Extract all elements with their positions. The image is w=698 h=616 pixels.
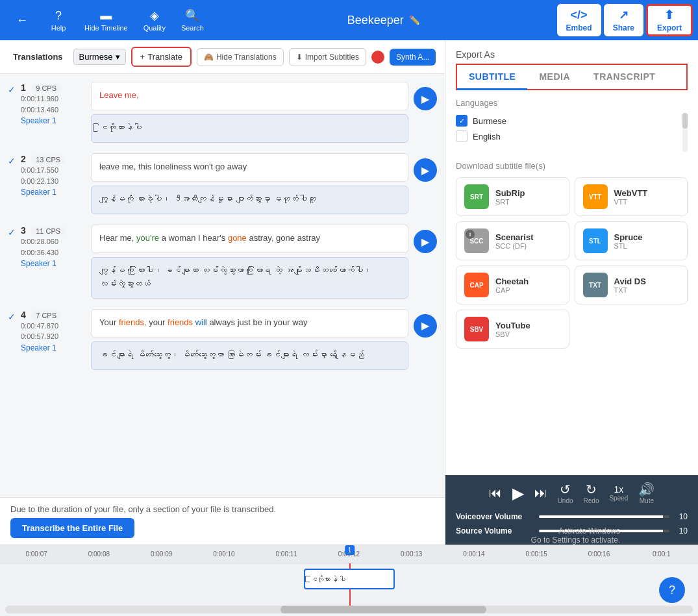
format-info: Avid DS TXT <box>614 277 646 294</box>
subtitle-text-my[interactable]: ကျွန်မကို ကြားပါ၊ ခင်များဟာ လမ်းလွဲသွားတ… <box>91 257 408 299</box>
export-panel: Export As SUBTITLE MEDIA TRANSCRIPT Lang… <box>445 40 698 545</box>
timeline-scrollbar-thumb <box>280 606 487 613</box>
undo-button[interactable]: ↺ <box>560 482 571 497</box>
translate-icon: + <box>140 52 145 62</box>
edit-icon[interactable]: ✏️ <box>409 15 420 25</box>
subtitle-text-my[interactable]: ခင်များရဲ မိတ်ဆွေတွေ၊ မိတ်ဆွေတွေဟာ အမြဲတ… <box>91 341 408 370</box>
format-srt-button[interactable]: SRT SubRip SRT <box>456 177 569 216</box>
export-button[interactable]: ⬆ Export <box>646 4 693 36</box>
help-button[interactable]: ? Help <box>42 4 75 36</box>
redo-button[interactable]: ↻ <box>586 482 597 497</box>
record-button[interactable] <box>371 51 384 64</box>
tab-transcript[interactable]: TRANSCRIPT <box>582 65 667 89</box>
subtitle-text-en[interactable]: Hear me, you're a woman I hear's gone as… <box>91 225 408 253</box>
timeline-scrollbar[interactable] <box>5 606 693 613</box>
format-name: Cheetah <box>495 277 529 286</box>
share-button[interactable]: ↗ Share <box>604 4 643 36</box>
hide-timeline-button[interactable]: ▬ Hide Timeline <box>78 4 134 36</box>
import-subtitles-button[interactable]: ⬇ Import Subtitles <box>289 48 366 66</box>
timeline-tick: 0:00:11 <box>255 550 318 558</box>
language-label: Burmese <box>79 52 113 62</box>
language-burmese[interactable]: ✓ Burmese <box>456 113 677 129</box>
speaker-label[interactable]: Speaker 1 <box>21 259 86 268</box>
play-subtitle-button[interactable]: ▶ <box>414 314 437 338</box>
subtitle-check: ✓ <box>8 227 16 238</box>
subtitle-toolbar: Translations Burmese ▾ + Translate 🙈 Hid… <box>0 40 445 74</box>
voiceover-slider[interactable] <box>539 515 669 518</box>
play-subtitle-button[interactable]: ▶ <box>414 87 437 110</box>
subtitle-text-my[interactable]: ကျွန်မကို ထားခဲ့ပါ၊ ဒီအထီးကျန်မှုမာ ပျော… <box>91 186 408 214</box>
speaker-label[interactable]: Speaker 1 <box>21 343 86 352</box>
help-circle-button[interactable]: ? <box>659 577 685 603</box>
speed-button[interactable]: 1x <box>614 484 624 495</box>
subtitle-text-my[interactable]: ငြကိုထားနဲပါ <box>91 114 408 143</box>
mute-button[interactable]: 🔊 <box>638 482 654 497</box>
subtitle-item: ✓ 2 13 CPS 0:00:17.5500:00:22.130 Speake… <box>8 153 437 214</box>
subtitle-text-en[interactable]: leave me, this loneliness won't go away <box>91 153 408 182</box>
subtitle-content: Your friends, your friends will always j… <box>91 309 408 370</box>
translations-tab[interactable]: Translations <box>8 49 68 64</box>
export-title: Export As <box>445 40 698 64</box>
format-name: Scenarist <box>495 232 534 242</box>
voiceover-value: 10 <box>675 512 688 521</box>
format-icon: CAP <box>464 273 489 297</box>
format-txt-button[interactable]: TXT Avid DS TXT <box>575 265 688 304</box>
speed-label: Speed <box>609 495 628 502</box>
quality-button[interactable]: ◈ Quality <box>137 4 172 36</box>
cps-badge: 11 CPS <box>31 227 65 236</box>
watermark: Activate Windows Go to Settings to activ… <box>531 526 620 545</box>
play-button[interactable]: ▶ <box>512 484 524 502</box>
subtitle-content: Leave me, ငြကိုထားနဲပါ <box>91 82 408 143</box>
format-name: YouTube <box>495 321 530 330</box>
undo-label: Undo <box>558 497 573 504</box>
import-subtitles-label: Import Subtitles <box>305 53 359 62</box>
language-select[interactable]: Burmese ▾ <box>73 49 126 65</box>
subtitle-text-en[interactable]: Your friends, your friends will always j… <box>91 309 408 338</box>
synth-button[interactable]: Synth A... <box>390 49 436 66</box>
format-info: YouTube SBV <box>495 321 530 338</box>
speaker-label[interactable]: Speaker 1 <box>21 116 86 125</box>
translate-button[interactable]: + Translate <box>131 47 192 67</box>
mute-group: 🔊 Mute <box>638 482 654 504</box>
timeline-tick: 0:00:1 <box>630 550 693 558</box>
export-icon: ⬆ <box>664 8 674 22</box>
tab-media[interactable]: MEDIA <box>527 65 582 89</box>
download-label: Download subtitle file(s) <box>456 161 688 171</box>
timeline-body[interactable]: 1 ငြကိုထားနဲပါ <box>0 563 698 606</box>
play-subtitle-button[interactable]: ▶ <box>414 158 437 182</box>
hide-translations-button[interactable]: 🙈 Hide Translations <box>197 48 284 66</box>
subtitle-text-en[interactable]: Leave me, <box>91 82 408 110</box>
format-sbv-button[interactable]: SBV YouTube SBV <box>456 310 569 349</box>
speaker-label[interactable]: Speaker 1 <box>21 188 86 197</box>
embed-button[interactable]: </> Embed <box>557 4 601 36</box>
rewind-button[interactable]: ⏮ <box>489 486 502 500</box>
search-icon: 🔍 <box>185 8 199 23</box>
tab-subtitle[interactable]: SUBTITLE <box>457 65 527 90</box>
subtitle-item: ✓ 1 9 CPS 0:00:11.9600:00:13.460 Speaker… <box>8 82 437 143</box>
language-english[interactable]: English <box>456 129 677 144</box>
lang-scrollbar[interactable] <box>682 113 688 152</box>
subtitle-time: 0:00:47.8700:00:57.920 <box>21 321 86 342</box>
format-cap-button[interactable]: CAP Cheetah CAP <box>456 265 569 304</box>
format-vtt-button[interactable]: VTT WebVTT VTT <box>575 177 688 216</box>
format-info: Spruce STL <box>614 232 643 250</box>
subtitle-check: ✓ <box>8 156 16 166</box>
transcribe-button[interactable]: Transcribe the Entire File <box>10 518 134 538</box>
subtitle-list: ✓ 1 9 CPS 0:00:11.9600:00:13.460 Speaker… <box>0 74 445 497</box>
back-button[interactable]: ← <box>5 4 39 36</box>
format-sccdf-button[interactable]: i SCC Scenarist SCC (DF) <box>456 221 569 260</box>
subtitle-check: ✓ <box>8 312 16 322</box>
format-stl-button[interactable]: STL Spruce STL <box>575 221 688 260</box>
search-button[interactable]: 🔍 Search <box>175 4 210 36</box>
fastforward-button[interactable]: ⏭ <box>534 486 547 500</box>
timeline-tick: 0:00:07 <box>5 550 68 558</box>
play-subtitle-button[interactable]: ▶ <box>414 230 437 253</box>
english-check <box>456 130 467 142</box>
subtitle-num: 1 <box>21 82 26 93</box>
app-title: Beekeeper ✏️ <box>213 14 555 27</box>
voiceover-volume-row: Voiceover Volume 10 <box>456 510 688 524</box>
hide-icon: 🙈 <box>204 53 214 62</box>
translate-label: Translate <box>147 52 182 62</box>
timeline-clip[interactable]: ငြကိုထားနဲပါ <box>304 569 395 589</box>
format-icon: STL <box>583 228 608 253</box>
